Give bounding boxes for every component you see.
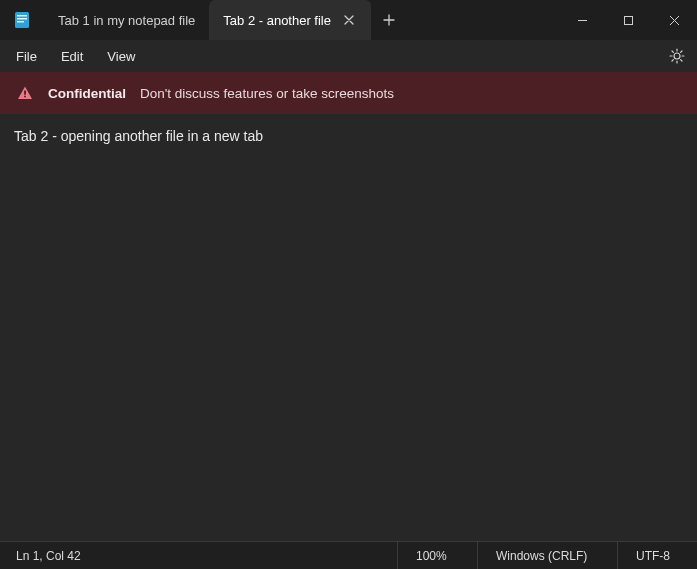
tab-label: Tab 2 - another file	[223, 13, 331, 28]
tab-strip: Tab 1 in my notepad file Tab 2 - another…	[44, 0, 407, 40]
window-close-button[interactable]	[651, 0, 697, 40]
settings-button[interactable]	[661, 40, 693, 72]
title-bar: Tab 1 in my notepad file Tab 2 - another…	[0, 0, 697, 40]
new-tab-button[interactable]	[371, 0, 407, 40]
minimize-button[interactable]	[559, 0, 605, 40]
status-encoding[interactable]: UTF-8	[617, 542, 697, 569]
menu-view[interactable]: View	[95, 45, 147, 68]
gear-icon	[669, 48, 685, 64]
maximize-icon	[623, 15, 634, 26]
status-line-ending[interactable]: Windows (CRLF)	[477, 542, 617, 569]
plus-icon	[383, 14, 395, 26]
svg-rect-1	[17, 15, 27, 16]
status-zoom[interactable]: 100%	[397, 542, 477, 569]
maximize-button[interactable]	[605, 0, 651, 40]
tab-1[interactable]: Tab 1 in my notepad file	[44, 0, 209, 40]
svg-rect-6	[24, 96, 26, 98]
status-cursor-position[interactable]: Ln 1, Col 42	[0, 549, 397, 563]
window-controls	[559, 0, 697, 40]
menu-file[interactable]: File	[4, 45, 49, 68]
text-editor[interactable]: Tab 2 - opening another file in a new ta…	[0, 114, 697, 541]
tab-2[interactable]: Tab 2 - another file	[209, 0, 371, 40]
banner-title: Confidential	[48, 86, 126, 101]
confidential-banner: Confidential Don't discuss features or t…	[0, 72, 697, 114]
svg-rect-3	[17, 21, 24, 22]
svg-rect-2	[17, 18, 27, 19]
close-icon[interactable]	[341, 12, 357, 28]
warning-icon	[16, 84, 34, 102]
menu-edit[interactable]: Edit	[49, 45, 95, 68]
editor-content: Tab 2 - opening another file in a new ta…	[14, 128, 263, 144]
close-icon	[669, 15, 680, 26]
tab-label: Tab 1 in my notepad file	[58, 13, 195, 28]
notepad-icon	[0, 0, 44, 40]
menu-bar: File Edit View	[0, 40, 697, 72]
banner-text: Don't discuss features or take screensho…	[140, 86, 394, 101]
svg-rect-5	[24, 91, 26, 95]
minimize-icon	[577, 15, 588, 26]
status-bar: Ln 1, Col 42 100% Windows (CRLF) UTF-8	[0, 541, 697, 569]
svg-rect-0	[15, 12, 29, 28]
svg-rect-4	[624, 16, 632, 24]
title-bar-drag-area[interactable]	[407, 0, 559, 40]
